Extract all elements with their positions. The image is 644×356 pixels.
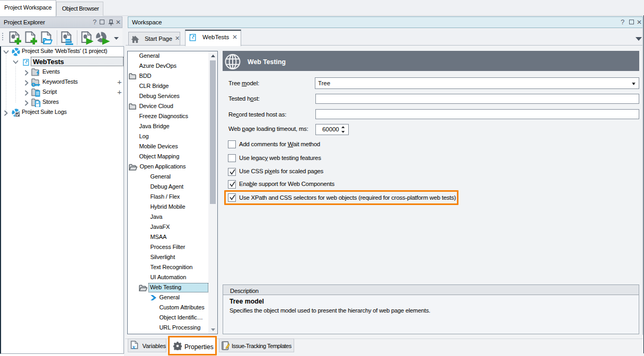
svg-text:x: x <box>131 343 135 350</box>
